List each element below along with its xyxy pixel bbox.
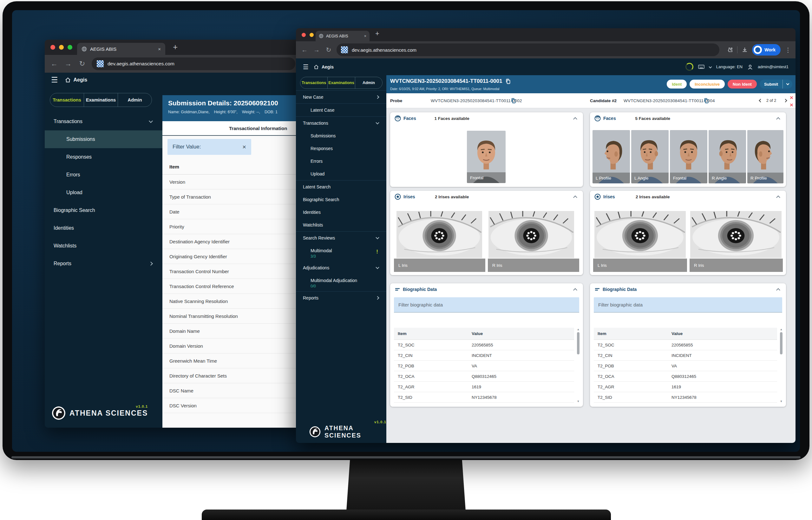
clear-filter-icon[interactable]: × <box>242 144 246 151</box>
bio-row[interactable]: T2_AGR1619 <box>594 382 777 392</box>
forward-icon[interactable]: → <box>64 60 73 68</box>
new-tab-button[interactable]: + <box>375 29 379 38</box>
table-row[interactable]: Directory of Character Sets <box>162 368 300 383</box>
sidebar-item-reports[interactable]: Reports <box>296 291 386 304</box>
app-brand[interactable]: Aegis <box>65 77 87 83</box>
sidebar-item-search-reviews[interactable]: Search Reviews <box>296 232 386 244</box>
submit-button[interactable]: Submit <box>760 80 792 88</box>
table-row[interactable]: Transaction Control Reference <box>162 279 300 294</box>
sidebar-item-identities[interactable]: Identities <box>296 206 386 218</box>
sidebar-item-multimodal[interactable]: Multimodal 3/3 ! <box>296 244 386 261</box>
table-row[interactable]: Type of Transaction <box>162 189 300 204</box>
face-image[interactable]: R Angle <box>709 130 746 183</box>
tab-transactions[interactable]: Transactions <box>50 93 84 107</box>
table-row[interactable]: DSC Version <box>162 398 300 413</box>
copy-icon[interactable] <box>704 98 709 103</box>
bio-row[interactable]: T2_SOC220565855 <box>594 340 777 350</box>
forward-icon[interactable]: → <box>313 46 321 54</box>
sidebar-item-responses[interactable]: Responses <box>296 142 386 155</box>
browser-tab[interactable]: AEGIS ABIS × <box>77 43 165 55</box>
sidebar-item-submissions[interactable]: Submissions <box>45 130 162 148</box>
submit-caret[interactable] <box>783 83 792 85</box>
table-row[interactable]: Native Scanning Resolution <box>162 294 300 309</box>
sidebar-item-transactions[interactable]: Transactions <box>45 113 162 130</box>
new-tab-button[interactable]: + <box>173 42 178 52</box>
sidebar-item-reports[interactable]: Reports <box>45 255 162 272</box>
sidebar-item-adjudications[interactable]: Adjudications <box>296 261 386 274</box>
reload-icon[interactable]: ↻ <box>324 46 333 54</box>
chevron-left-icon[interactable] <box>759 99 762 102</box>
face-image[interactable]: Frontal <box>467 131 506 183</box>
filter-value-field[interactable]: Filter Value: × <box>167 139 251 155</box>
table-row[interactable]: Version <box>162 175 300 189</box>
inconclusive-button[interactable]: Inconclusive <box>689 80 725 88</box>
chevron-down-icon[interactable] <box>709 66 712 69</box>
hamburger-icon[interactable]: ☰ <box>51 76 58 84</box>
table-row[interactable]: Destination Agency Identifier <box>162 234 300 249</box>
sidebar-item-errors[interactable]: Errors <box>45 166 162 184</box>
sidebar-item-submissions[interactable]: Submissions <box>296 129 386 142</box>
tab-examinations[interactable]: Examinations <box>84 93 118 107</box>
table-row[interactable]: Nominal Transmitting Resolution <box>162 309 300 323</box>
chevron-up-icon[interactable] <box>573 117 577 121</box>
sidebar-item-watchlists[interactable]: Watchlists <box>296 218 386 231</box>
ident-button[interactable]: Ident <box>667 80 687 88</box>
scrollbar[interactable]: ▲▼ <box>779 328 783 403</box>
bio-row[interactable]: T2_CININCIDENT <box>394 350 574 361</box>
sidebar-item-new-case[interactable]: New Case <box>296 91 386 103</box>
iris-image[interactable] <box>488 211 574 258</box>
sidebar-item-latent-case[interactable]: Latent Case <box>296 104 386 116</box>
sidebar-item-watchlists[interactable]: Watchlists <box>45 237 162 255</box>
user-label[interactable]: admin@simtest1 <box>758 64 788 69</box>
chevron-up-icon[interactable] <box>573 196 577 200</box>
window-minimize-button[interactable] <box>59 45 64 50</box>
table-row[interactable]: DSC Name <box>162 383 300 398</box>
bio-row[interactable]: T2_SIDNY12345678 <box>594 392 777 402</box>
sidebar-item-latent-search[interactable]: Latent Search <box>296 181 386 193</box>
table-row[interactable]: Originating Gency Identifier <box>162 249 300 264</box>
extensions-icon[interactable] <box>727 47 733 53</box>
table-row[interactable]: Greenwich Mean Time <box>162 354 300 368</box>
table-row[interactable]: Priority <box>162 219 300 234</box>
window-close-button[interactable] <box>50 45 55 50</box>
bio-filter-input[interactable] <box>594 297 782 313</box>
non-ident-button[interactable]: Non Ident <box>728 80 757 88</box>
tab-transactional-information[interactable]: Transactional Information <box>229 126 287 131</box>
sidebar-item-upload[interactable]: Upload <box>45 184 162 202</box>
table-row[interactable]: Date <box>162 204 300 219</box>
tab-admin[interactable]: Admin <box>355 77 382 88</box>
bio-row[interactable]: T2_OCAQ880312465 <box>594 371 777 382</box>
sidebar-item-upload[interactable]: Upload <box>296 167 386 180</box>
window-close-button[interactable] <box>302 33 306 37</box>
tab-transactions[interactable]: Transactions <box>300 77 328 88</box>
table-row[interactable]: Domain Name <box>162 323 300 339</box>
language-label[interactable]: Language: EN <box>716 64 742 69</box>
app-brand[interactable]: Aegis <box>314 64 334 70</box>
face-image[interactable]: Frontal <box>670 130 707 183</box>
scrollbar[interactable]: ▲▼ <box>576 328 580 403</box>
chevron-right-icon[interactable] <box>783 99 787 102</box>
window-zoom-button[interactable] <box>67 45 72 50</box>
back-icon[interactable]: ← <box>50 60 59 68</box>
face-image[interactable]: L Angle <box>631 130 669 183</box>
close-tab-icon[interactable]: × <box>158 46 161 52</box>
iris-image[interactable] <box>690 211 782 258</box>
sidebar-item-transactions[interactable]: Transactions <box>296 117 386 129</box>
sidebar-item-multimodal-adjudication[interactable]: Multimodal Adjudication 0/0 <box>296 274 386 291</box>
address-bar[interactable]: dev.aegis.athenasciences.com <box>336 44 720 56</box>
face-image[interactable]: R Profile <box>747 130 783 183</box>
keyboard-icon[interactable] <box>698 64 704 70</box>
chevron-up-icon[interactable] <box>776 288 780 292</box>
sidebar-item-errors[interactable]: Errors <box>296 155 386 167</box>
iris-image[interactable] <box>594 211 686 258</box>
chevron-up-icon[interactable] <box>573 288 577 292</box>
address-bar[interactable]: dev.aegis.athenasciences.com <box>92 57 295 70</box>
bio-row[interactable]: T2_SIDNY12345678 <box>394 392 574 402</box>
copy-icon[interactable] <box>511 98 516 103</box>
close-tab-icon[interactable]: × <box>364 34 367 38</box>
reload-icon[interactable]: ↻ <box>78 60 87 68</box>
bio-row[interactable]: T2_POBVA <box>394 361 574 371</box>
back-icon[interactable]: ← <box>300 46 308 54</box>
bio-row[interactable]: T2_POBVA <box>594 361 777 371</box>
tab-examinations[interactable]: Examinations <box>328 77 355 88</box>
